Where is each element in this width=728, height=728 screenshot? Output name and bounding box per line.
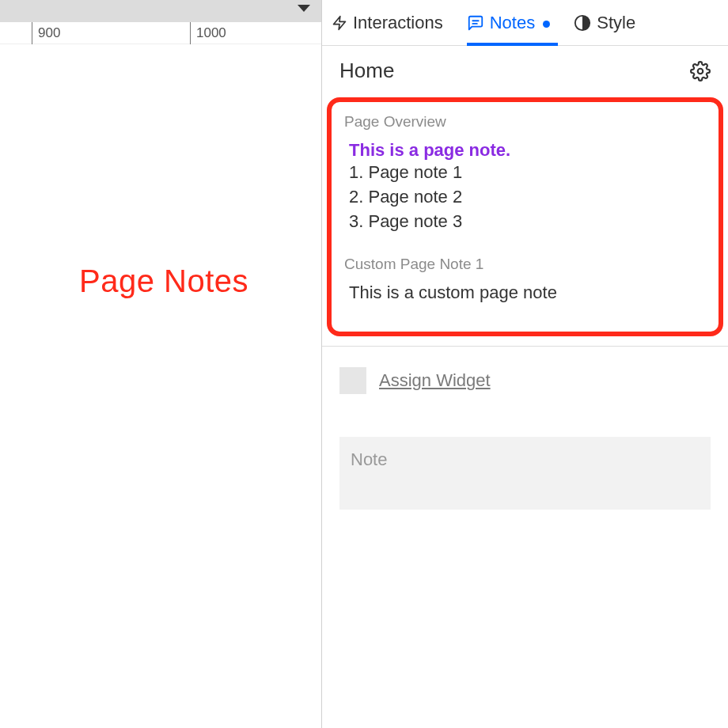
tab-label: Notes bbox=[490, 13, 535, 33]
widget-placeholder-icon bbox=[339, 367, 366, 394]
settings-button[interactable] bbox=[690, 61, 711, 82]
note-icon bbox=[467, 14, 484, 32]
panel-tabs: Interactions Notes Style bbox=[322, 0, 728, 46]
inspector-panel: Interactions Notes Style Home bbox=[321, 0, 728, 728]
active-indicator-dot-icon bbox=[543, 21, 550, 28]
panel-header: Home bbox=[322, 46, 728, 97]
page-notes-section: Page Overview This is a page note. 1. Pa… bbox=[327, 97, 723, 336]
svg-point-4 bbox=[698, 68, 703, 74]
page-note-highlight[interactable]: This is a page note. bbox=[349, 140, 706, 161]
canvas-top-bar bbox=[0, 0, 321, 22]
ruler-tick bbox=[190, 22, 191, 44]
tab-label: Interactions bbox=[353, 13, 443, 33]
gear-icon bbox=[690, 61, 711, 82]
page-title: Home bbox=[339, 59, 394, 83]
tab-style[interactable]: Style bbox=[574, 0, 635, 45]
page-note-item[interactable]: 1. Page note 1 bbox=[349, 161, 706, 185]
tab-label: Style bbox=[597, 13, 635, 33]
note-input-placeholder: Note bbox=[351, 449, 387, 469]
ruler: 900 1000 bbox=[0, 22, 321, 44]
tab-interactions[interactable]: Interactions bbox=[332, 0, 443, 45]
section-label-custom-note: Custom Page Note 1 bbox=[344, 256, 706, 273]
canvas-annotation-label: Page Notes bbox=[79, 264, 248, 299]
custom-note-body[interactable]: This is a custom page note bbox=[349, 282, 706, 303]
ruler-tick-label: 1000 bbox=[196, 25, 226, 41]
tab-notes[interactable]: Notes bbox=[467, 0, 550, 45]
section-label-overview: Page Overview bbox=[344, 113, 706, 131]
canvas-area[interactable]: 900 1000 Page Notes bbox=[0, 0, 321, 728]
note-input[interactable]: Note bbox=[339, 437, 711, 510]
assign-widget-link[interactable]: Assign Widget bbox=[379, 370, 491, 391]
ruler-tick-label: 900 bbox=[38, 25, 60, 41]
page-note-item[interactable]: 2. Page note 2 bbox=[349, 185, 706, 210]
ruler-tick bbox=[32, 22, 32, 44]
style-icon bbox=[574, 14, 591, 32]
lightning-icon bbox=[332, 13, 347, 32]
page-note-item[interactable]: 3. Page note 3 bbox=[349, 210, 706, 234]
assign-widget-row: Assign Widget bbox=[322, 347, 728, 402]
dropdown-caret-icon[interactable] bbox=[298, 5, 310, 12]
svg-marker-0 bbox=[334, 16, 346, 29]
